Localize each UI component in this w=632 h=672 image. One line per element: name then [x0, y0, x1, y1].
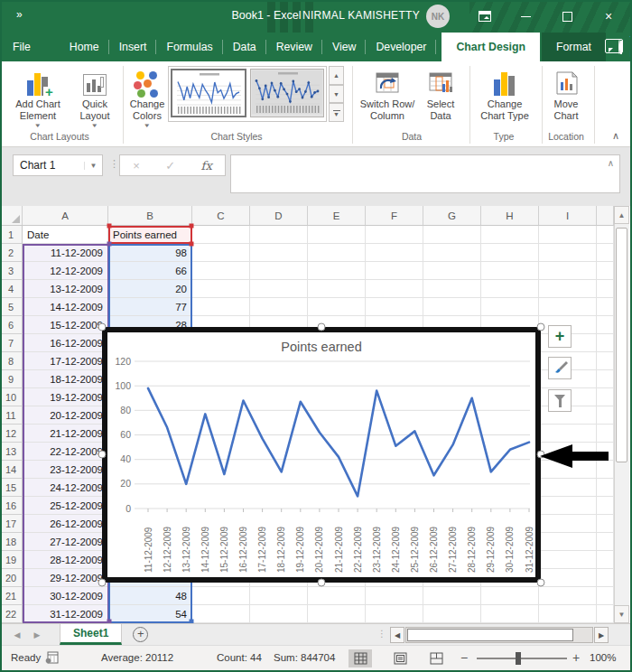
- cell-B22[interactable]: 54: [108, 605, 192, 623]
- cell-I18[interactable]: [539, 533, 597, 551]
- horizontal-scrollbar[interactable]: [405, 627, 593, 643]
- horizontal-scroll-thumb[interactable]: [407, 629, 573, 641]
- cell-B5[interactable]: 77: [108, 298, 192, 316]
- cell-G21[interactable]: [423, 587, 481, 605]
- quick-access-expand-icon[interactable]: »: [16, 8, 21, 21]
- cell-I12[interactable]: [539, 425, 597, 443]
- cell-x2[interactable]: [597, 244, 614, 262]
- vertical-scroll-thumb[interactable]: [616, 228, 627, 462]
- cell-G5[interactable]: [423, 298, 481, 316]
- gallery-up-icon[interactable]: ▲: [329, 66, 344, 85]
- cell-x22[interactable]: [597, 605, 614, 623]
- status-average[interactable]: Average: 20112: [101, 652, 173, 663]
- scroll-up-icon[interactable]: ▲: [614, 206, 629, 224]
- chart[interactable]: 02040608010012011-12-200912-12-200913-12…: [102, 327, 541, 583]
- tab-data[interactable]: Data: [223, 33, 266, 61]
- cell-x4[interactable]: [597, 280, 614, 298]
- chart-selection-handle[interactable]: [98, 451, 107, 459]
- cell-F21[interactable]: [366, 587, 423, 605]
- cell-x8[interactable]: [597, 352, 614, 370]
- sheet-nav-left-icon[interactable]: ◀: [7, 624, 27, 645]
- cell-B3[interactable]: 66: [108, 262, 192, 280]
- chart-selection-handle[interactable]: [98, 579, 107, 587]
- row-header-21[interactable]: 21: [0, 587, 23, 605]
- cancel-icon[interactable]: ×: [133, 159, 140, 173]
- cell-A1[interactable]: Date: [23, 226, 108, 244]
- cell-D1[interactable]: [250, 226, 308, 244]
- formula-bar-grip[interactable]: ⋮: [109, 158, 119, 170]
- tab-home[interactable]: Home: [60, 33, 109, 61]
- cell-x18[interactable]: [597, 533, 614, 551]
- column-header-a[interactable]: A: [23, 206, 108, 226]
- cell-x20[interactable]: [597, 569, 614, 587]
- tab-view[interactable]: View: [322, 33, 366, 61]
- chart-selection-handle[interactable]: [537, 579, 545, 587]
- chart-selection-handle[interactable]: [318, 579, 326, 587]
- row-header-11[interactable]: 11: [0, 406, 23, 425]
- column-header-i[interactable]: I: [539, 206, 597, 226]
- cell-E5[interactable]: [308, 298, 366, 316]
- cell-A4[interactable]: 13-12-2009: [23, 280, 108, 298]
- cell-C22[interactable]: [192, 605, 250, 623]
- select-all-corner[interactable]: [0, 206, 23, 226]
- change-colors-button[interactable]: Change Colors▾: [126, 65, 168, 129]
- zoom-out-icon[interactable]: −: [460, 650, 468, 665]
- cell-E22[interactable]: [308, 605, 366, 623]
- cell-A13[interactable]: 22-12-2009: [23, 443, 108, 461]
- new-sheet-button[interactable]: +: [133, 627, 148, 642]
- chart-style-1[interactable]: [171, 69, 246, 117]
- cell-x10[interactable]: [597, 388, 614, 406]
- row-header-8[interactable]: 8: [0, 352, 23, 370]
- tab-chart-design[interactable]: Chart Design: [441, 33, 540, 61]
- add-chart-element-button[interactable]: + Add Chart Element▾: [9, 65, 67, 129]
- cell-E21[interactable]: [308, 587, 366, 605]
- hscroll-left-icon[interactable]: ◀: [390, 627, 404, 643]
- hscroll-right-icon[interactable]: ▶: [594, 627, 609, 643]
- status-sum[interactable]: Sum: 844704: [274, 652, 335, 663]
- cell-x11[interactable]: [597, 406, 614, 425]
- row-header-14[interactable]: 14: [0, 461, 23, 479]
- cell-D3[interactable]: [250, 262, 308, 280]
- enter-icon[interactable]: ✓: [165, 159, 175, 173]
- cell-H21[interactable]: [481, 587, 539, 605]
- data-series-line[interactable]: [148, 388, 529, 497]
- cell-x12[interactable]: [597, 425, 614, 443]
- maximize-button[interactable]: [552, 0, 582, 33]
- cell-x16[interactable]: [597, 497, 614, 515]
- cell-I3[interactable]: [539, 262, 597, 280]
- cell-A9[interactable]: 18-12-2009: [23, 370, 108, 388]
- cell-A7[interactable]: 16-12-2009: [23, 334, 108, 352]
- cell-F2[interactable]: [366, 244, 423, 262]
- row-header-18[interactable]: 18: [0, 533, 23, 551]
- cell-A5[interactable]: 14-12-2009: [23, 298, 108, 316]
- chart-elements-button[interactable]: +: [548, 325, 572, 348]
- cell-I4[interactable]: [539, 280, 597, 298]
- range-handle[interactable]: [107, 242, 112, 247]
- zoom-slider-track[interactable]: [477, 658, 567, 659]
- cell-F4[interactable]: [366, 280, 423, 298]
- chart-title[interactable]: Points earned: [281, 340, 361, 354]
- cell-x17[interactable]: [597, 515, 614, 533]
- cell-F3[interactable]: [366, 262, 423, 280]
- chart-style-2[interactable]: [250, 69, 324, 117]
- zoom-in-icon[interactable]: +: [572, 650, 580, 665]
- row-header-9[interactable]: 9: [0, 370, 23, 388]
- row-header-6[interactable]: 6: [0, 316, 23, 334]
- chart-filters-button[interactable]: [548, 389, 572, 412]
- column-header-c[interactable]: C: [192, 206, 250, 226]
- tab-review[interactable]: Review: [266, 33, 322, 61]
- cell-H3[interactable]: [481, 262, 539, 280]
- chart-selection-handle[interactable]: [98, 323, 107, 331]
- chart-selection-handle[interactable]: [537, 323, 545, 331]
- cell-I5[interactable]: [539, 298, 597, 316]
- cell-B4[interactable]: 20: [108, 280, 192, 298]
- cell-C3[interactable]: [192, 262, 250, 280]
- cell-F5[interactable]: [366, 298, 423, 316]
- cell-B2[interactable]: 98: [108, 244, 192, 262]
- row-header-10[interactable]: 10: [0, 388, 23, 406]
- cell-A10[interactable]: 19-12-2009: [23, 388, 108, 406]
- column-header-f[interactable]: F: [366, 206, 423, 226]
- range-handle[interactable]: [107, 224, 112, 229]
- cell-A22[interactable]: 31-12-2009: [23, 605, 108, 623]
- row-header-16[interactable]: 16: [0, 497, 23, 515]
